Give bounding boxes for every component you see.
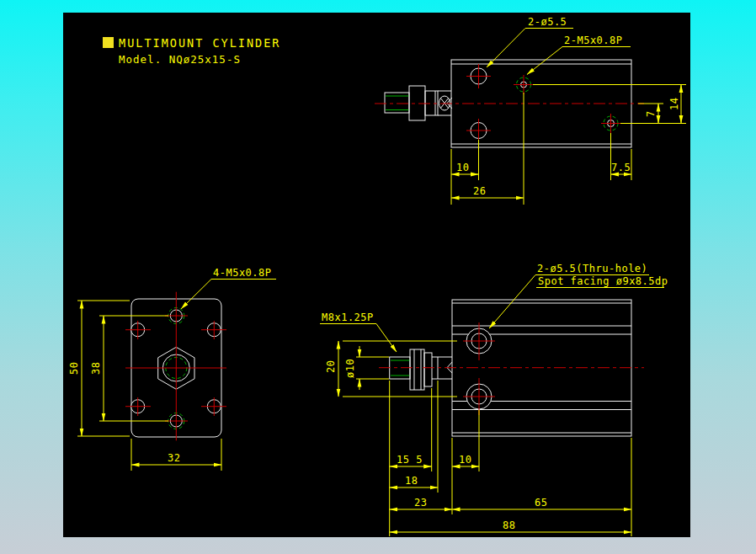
label-top-taps: 2-M5x0.8P — [564, 35, 623, 46]
front-view-dimensions: 50 38 32 — [68, 301, 221, 471]
dim-front-hole-spacing: 38 — [90, 362, 102, 375]
title-block: MULTIMOUNT CYLINDER Model. NQø25x15-S — [103, 36, 280, 66]
dim-top-tap-to-port: 14 — [668, 98, 680, 110]
drawing-model: Model. NQø25x15-S — [119, 53, 241, 66]
dim-front-width: 32 — [168, 452, 180, 464]
dim-side-rod-assembly: 18 — [405, 475, 418, 487]
front-view-labels: 4-M5x0.8P — [181, 267, 276, 309]
top-view-centerlines — [375, 64, 644, 142]
dim-side-total-length: 88 — [503, 519, 515, 531]
dim-side-hole-offset: 10 — [459, 454, 471, 466]
dim-top-hole-offset: 10 — [456, 162, 469, 173]
desktop-background: MULTIMOUNT CYLINDER Model. NQø25x15-S — [0, 0, 756, 554]
dim-top-port-center-offset: 7 — [645, 110, 657, 117]
side-view-labels: M8x1.25P 2-ø5.5(Thru-hole) Spot facing ø… — [320, 263, 668, 352]
label-side-thru-hole: 2-ø5.5(Thru-hole) — [537, 263, 647, 274]
dim-side-body-length: 65 — [535, 497, 547, 509]
label-top-holes: 2-ø5.5 — [528, 16, 567, 28]
dim-side-rod-length: 15 5 — [397, 454, 423, 466]
dim-side-rod-total: 23 — [414, 497, 427, 509]
top-view-dimensions: 10 26 7.5 7 14 — [451, 85, 686, 205]
drawing-canvas: MULTIMOUNT CYLINDER Model. NQø25x15-S — [63, 13, 690, 537]
drawing-title: MULTIMOUNT CYLINDER — [119, 36, 280, 50]
label-front-taps: 4-M5x0.8P — [213, 267, 272, 279]
front-view-centerlines — [125, 292, 226, 441]
top-view: 10 26 7.5 7 14 2-ø5.5 2 — [375, 16, 686, 205]
dim-top-tap-offset: 26 — [473, 185, 486, 197]
label-side-rod-thread: M8x1.25P — [322, 312, 374, 323]
dim-front-height: 50 — [68, 362, 80, 375]
front-view: 50 38 32 4-M5x0.8P — [68, 267, 276, 471]
label-side-spot-facing: Spot facing ø9x8.5dp — [538, 275, 668, 287]
dim-side-hole-spacing: 20 — [325, 360, 337, 373]
side-view-dimensions: 20 ø10 15 5 10 18 — [325, 341, 631, 536]
cad-drawing: MULTIMOUNT CYLINDER Model. NQø25x15-S — [63, 13, 690, 537]
dim-side-rod-dia: ø10 — [344, 359, 356, 378]
side-view-rod — [390, 349, 452, 390]
title-bullet-icon — [103, 37, 114, 48]
side-view: 20 ø10 15 5 10 18 — [320, 263, 668, 536]
top-view-labels: 2-ø5.5 2-M5x0.8P — [487, 16, 631, 75]
dim-top-port-edge-offset: 7.5 — [611, 162, 631, 173]
